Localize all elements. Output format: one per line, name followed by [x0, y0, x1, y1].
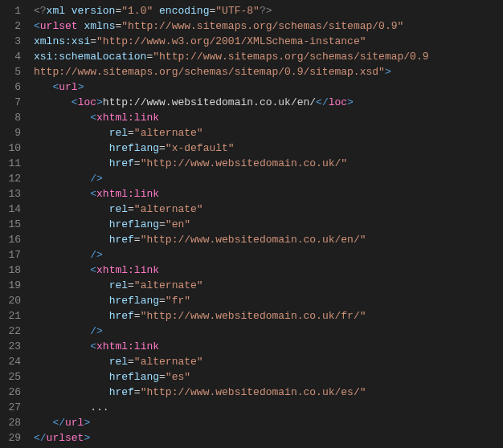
token-xml-text [34, 81, 52, 93]
code-line: <xhtml:link [34, 110, 429, 125]
token-attr-val: "http://www.websitedomain.co.uk/fr/" [141, 310, 366, 322]
code-line: href="http://www.websitedomain.co.uk/es/… [34, 385, 429, 400]
line-number: 3 [5, 34, 21, 49]
line-number: 12 [5, 171, 21, 186]
code-line: rel="alternate" [34, 125, 429, 141]
token-attr-val: "http://www.websitedomain.co.uk/es/" [141, 386, 366, 398]
code-line: <url> [34, 79, 429, 95]
token-attr-val: "1.0" [121, 5, 153, 17]
code-line: <xhtml:link [34, 339, 429, 354]
token-xml-text [34, 264, 90, 276]
token-elem: xhtml:link [96, 188, 159, 200]
token-xml-text [34, 371, 109, 383]
line-number: 1 [5, 3, 21, 18]
token-tag: < [90, 112, 96, 124]
token-elem: urlset [47, 432, 84, 444]
token-eq: = [159, 295, 166, 307]
token-eq: = [128, 356, 134, 368]
line-number: 18 [5, 263, 21, 278]
token-elem: url [59, 81, 77, 93]
token-attr-val: "http://www.websitedomain.co.uk/en/" [141, 234, 366, 246]
code-line: rel="alternate" [34, 202, 429, 217]
token-attr-name: xml version [47, 5, 116, 17]
line-number: 2 [5, 18, 21, 34]
line-number: 4 [5, 49, 21, 64]
token-xml-text [34, 340, 90, 352]
line-number-gutter: 1234567891011121314151617181920212223242… [0, 3, 27, 446]
code-line: href="http://www.websitedomain.co.uk/" [34, 156, 429, 171]
token-xml-text [34, 310, 109, 322]
token-tag: </ [52, 417, 65, 429]
line-number: 24 [5, 354, 21, 369]
token-tag: /> [90, 173, 103, 185]
code-line: <?xml version="1.0" encoding="UTF-8"?> [34, 3, 429, 18]
token-xml-text [34, 417, 52, 429]
token-attr-name: rel [109, 356, 128, 368]
line-number: 23 [5, 339, 21, 354]
token-xml-text [34, 112, 90, 124]
line-number: 10 [5, 141, 21, 156]
token-xml-text [34, 325, 90, 337]
token-attr-val: "http://www.sitemaps.org/schemas/sitemap… [153, 51, 428, 63]
token-xml-text [34, 127, 109, 139]
token-xml-text [34, 295, 109, 307]
token-elem: xhtml:link [96, 340, 159, 352]
token-eq: = [134, 386, 141, 398]
token-attr-val: "en" [166, 218, 190, 230]
line-number: 22 [5, 324, 21, 339]
code-line: hreflang="es" [34, 369, 429, 385]
code-line: ... [34, 400, 429, 415]
code-line: <urlset xmlns="http://www.sitemaps.org/s… [34, 18, 429, 34]
token-elem: loc [78, 96, 96, 108]
line-number: 14 [5, 202, 21, 217]
code-line: rel="alternate" [34, 278, 429, 293]
token-attr-val: "fr" [166, 295, 190, 307]
code-line: href="http://www.websitedomain.co.uk/en/… [34, 232, 429, 247]
token-tag: > [78, 81, 84, 93]
token-attr-name: hreflang [109, 218, 159, 230]
token-attr-val: "http://www.w3.org/2001/XMLSchema-instan… [96, 35, 366, 47]
line-number: 19 [5, 278, 21, 293]
token-xml-text [34, 142, 109, 154]
token-tag: > [84, 417, 90, 429]
line-number: 20 [5, 293, 21, 308]
token-eq: = [90, 35, 96, 47]
token-xml-text: ... [34, 401, 109, 413]
token-attr-name: xmlns [78, 20, 116, 32]
code-line: /> [34, 247, 429, 263]
token-pi: <? [34, 5, 47, 17]
token-attr-name: rel [109, 127, 128, 139]
token-attr-val: "x-default" [166, 142, 235, 154]
line-number: 15 [5, 217, 21, 232]
code-line: <xhtml:link [34, 263, 429, 278]
line-number: 25 [5, 369, 21, 385]
token-xml-text [34, 218, 109, 230]
token-tag: < [72, 96, 78, 108]
line-number: 9 [5, 125, 21, 141]
token-attr-val: "UTF-8" [215, 5, 260, 17]
token-tag: </ [316, 96, 329, 108]
code-line: <xhtml:link [34, 186, 429, 202]
token-eq: = [134, 157, 141, 169]
token-xml-text [34, 234, 109, 246]
token-xml-text [34, 279, 109, 291]
code-line: xmlns:xsi="http://www.w3.org/2001/XMLSch… [34, 34, 429, 49]
token-attr-val: "alternate" [134, 279, 203, 291]
token-eq: = [159, 371, 166, 383]
token-tag: > [96, 96, 103, 108]
code-line: /> [34, 324, 429, 339]
line-number: 28 [5, 415, 21, 430]
token-tag: /> [90, 325, 103, 337]
token-attr-name: xmlns:xsi [34, 35, 90, 47]
token-attr-val: "alternate" [134, 127, 203, 139]
token-attr-val: "alternate" [134, 356, 203, 368]
line-number: 8 [5, 110, 21, 125]
token-tag: > [385, 66, 391, 78]
code-line: rel="alternate" [34, 354, 429, 369]
line-number: 11 [5, 156, 21, 171]
token-attr-val: "http://www.sitemaps.org/schemas/sitemap… [121, 20, 403, 32]
token-attr-name: href [109, 386, 134, 398]
token-eq: = [134, 234, 141, 246]
line-number: 7 [5, 95, 21, 110]
token-elem: url [65, 417, 84, 429]
